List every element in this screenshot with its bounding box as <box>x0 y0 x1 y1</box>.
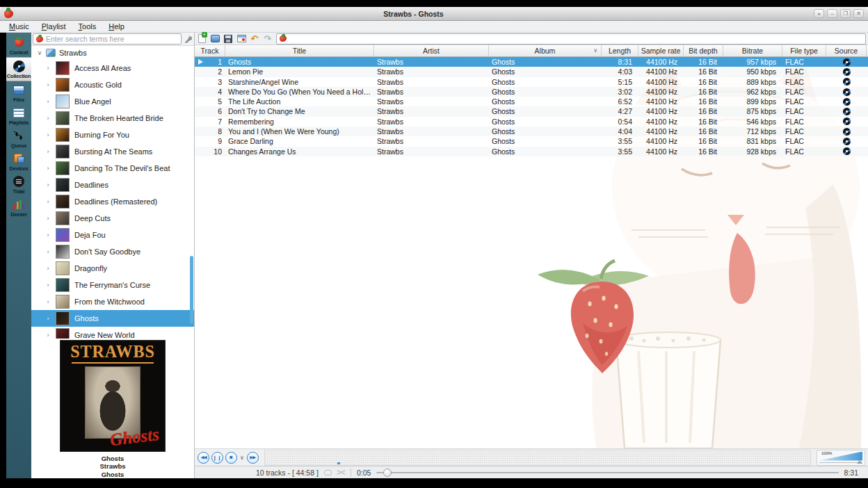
chevron-down-icon[interactable]: ∨ <box>37 49 42 56</box>
sidebar-item-tidal[interactable]: Tidal <box>6 173 31 196</box>
spectrum-analyzer[interactable] <box>264 450 811 466</box>
chevron-right-icon[interactable]: › <box>45 148 51 155</box>
album-tree-item[interactable]: › Bursting At The Seams <box>31 143 194 160</box>
new-playlist-button[interactable] <box>197 34 207 44</box>
collection-search-box[interactable] <box>33 33 182 44</box>
chevron-right-icon[interactable]: › <box>45 65 51 72</box>
collection-tree[interactable]: ∨ Strawbs › Access All Areas › Acoustic … <box>31 45 194 339</box>
track-row[interactable]: 5 The Life Auction Strawbs Ghosts 6:52 4… <box>195 97 868 106</box>
shuffle-icon[interactable] <box>337 469 345 475</box>
open-playlist-button[interactable] <box>210 34 220 44</box>
sidebar-item-files[interactable]: Files <box>6 81 31 104</box>
album-tree-item[interactable]: › Access All Areas <box>31 60 194 76</box>
track-row[interactable]: 4 Where Do You Go (When You Need a Hole … <box>195 87 868 97</box>
playlist-search-input[interactable] <box>289 35 862 43</box>
chevron-right-icon[interactable]: › <box>45 231 51 238</box>
stop-menu-chevron-icon[interactable]: ∨ <box>240 455 244 461</box>
chevron-right-icon[interactable]: › <box>45 265 51 272</box>
track-row[interactable]: 8 You and I (When We Were Young) Strawbs… <box>195 127 868 136</box>
album-tree-item[interactable]: › The Broken Hearted Bride <box>31 110 194 127</box>
album-tree-item[interactable]: › Grave New World <box>31 327 194 339</box>
track-row[interactable]: 2 Lemon Pie Strawbs Ghosts 4:03 44100 Hz… <box>195 67 868 76</box>
chevron-right-icon[interactable]: › <box>45 298 51 305</box>
album-tree-item[interactable]: › The Ferryman's Curse <box>31 277 194 293</box>
shade-button[interactable]: ● <box>814 9 824 18</box>
previous-button[interactable]: ◀◀ <box>198 452 209 464</box>
cell-bit-depth: 16 Bit <box>684 127 723 136</box>
playlist-manager-button[interactable] <box>236 34 246 44</box>
redo-button[interactable]: ↷ <box>263 34 273 44</box>
tree-scrollbar-thumb[interactable] <box>190 256 193 324</box>
menu-item-playlist[interactable]: Playlist <box>35 22 72 31</box>
sidebar-item-devices[interactable]: Devices <box>6 150 31 173</box>
chevron-right-icon[interactable]: › <box>45 315 51 322</box>
album-tree-item[interactable]: › Blue Angel <box>31 93 194 110</box>
album-tree-item[interactable]: › Don't Say Goodbye <box>31 243 194 260</box>
sidebar-item-collection[interactable]: Collection <box>6 57 31 81</box>
chevron-right-icon[interactable]: › <box>45 81 51 88</box>
maximize-button[interactable]: ❐ <box>840 9 851 18</box>
sidebar-item-deezer[interactable]: Deezer <box>6 196 31 219</box>
column-header-title[interactable]: Title <box>225 45 374 56</box>
menu-item-help[interactable]: Help <box>102 22 131 31</box>
seek-handle[interactable] <box>383 469 392 477</box>
album-tree-item[interactable]: › Burning For You <box>31 127 194 143</box>
track-row[interactable]: 6 Don't Try to Change Me Strawbs Ghosts … <box>195 106 868 116</box>
album-tree-item[interactable]: › Acoustic Gold <box>31 76 194 93</box>
chevron-right-icon[interactable]: › <box>45 248 51 255</box>
track-row[interactable]: 7 Remembering Strawbs Ghosts 0:54 44100 … <box>195 117 868 127</box>
album-tree-item[interactable]: › Dragonfly <box>31 260 194 277</box>
close-button[interactable]: ✕ <box>853 9 864 18</box>
menu-item-tools[interactable]: Tools <box>72 22 103 31</box>
chevron-right-icon[interactable]: › <box>45 115 51 122</box>
column-header-bitrate[interactable]: Bitrate <box>723 45 782 56</box>
menu-item-music[interactable]: Music <box>3 22 35 31</box>
album-tree-item[interactable]: › Deadlines <box>31 177 194 193</box>
column-header-length[interactable]: Length <box>602 45 638 56</box>
column-header-sample-rate[interactable]: Sample rate <box>638 45 684 56</box>
chevron-right-icon[interactable]: › <box>45 198 51 205</box>
chevron-right-icon[interactable]: › <box>45 181 51 188</box>
next-button[interactable]: ▶▶ <box>247 452 259 464</box>
save-playlist-button[interactable] <box>223 34 233 44</box>
chevron-right-icon[interactable]: › <box>45 165 51 172</box>
track-row[interactable]: 9 Grace Darling Strawbs Ghosts 3:55 4410… <box>195 136 868 146</box>
album-tree-item[interactable]: › Deja Fou <box>31 227 194 243</box>
repeat-icon[interactable] <box>324 470 332 475</box>
collection-search-input[interactable] <box>46 35 178 43</box>
track-row[interactable]: 1 Ghosts Strawbs Ghosts 8:31 44100 Hz 16… <box>195 57 868 67</box>
track-row[interactable]: 3 Starshine/Angel Wine Strawbs Ghosts 5:… <box>195 77 868 87</box>
sort-indicator-icon: ∨ <box>593 45 597 56</box>
column-header-artist[interactable]: Artist <box>374 45 489 56</box>
titlebar[interactable]: Strawbs - Ghosts ● – ❐ ✕ <box>0 7 868 21</box>
album-tree-item[interactable]: › Deadlines (Remastered) <box>31 193 194 210</box>
playlist-search-box[interactable] <box>276 33 866 44</box>
chevron-right-icon[interactable]: › <box>45 332 51 339</box>
album-tree-item[interactable]: › Ghosts <box>31 310 194 327</box>
volume-slider[interactable]: 100% <box>817 450 865 466</box>
album-cover-art[interactable]: STRAWBS Ghosts <box>60 340 166 452</box>
album-tree-item[interactable]: › From the Witchwood <box>31 293 194 310</box>
chevron-right-icon[interactable]: › <box>45 282 51 288</box>
wrench-icon[interactable] <box>184 35 193 44</box>
column-header-album[interactable]: Album ∨ <box>489 45 602 56</box>
column-header-file-type[interactable]: File type <box>782 45 826 56</box>
column-header-track[interactable]: Track <box>195 45 225 56</box>
sidebar-item-context[interactable]: Context <box>6 34 31 57</box>
album-tree-item[interactable]: › Dancing To The Devil's Beat <box>31 160 194 177</box>
column-header-bit-depth[interactable]: Bit depth <box>684 45 723 56</box>
tree-root-artist[interactable]: ∨ Strawbs <box>31 46 194 60</box>
pause-button[interactable]: ❙❙ <box>211 452 223 464</box>
undo-button[interactable]: ↶ <box>250 34 259 44</box>
chevron-right-icon[interactable]: › <box>45 215 51 222</box>
album-tree-item[interactable]: › Deep Cuts <box>31 210 194 227</box>
sidebar-item-queue[interactable]: Queue <box>6 127 31 150</box>
seek-slider[interactable] <box>376 469 838 477</box>
column-header-source[interactable]: Source <box>826 45 867 56</box>
stop-button[interactable]: ■ <box>225 452 237 464</box>
minimize-button[interactable]: – <box>827 9 837 18</box>
chevron-right-icon[interactable]: › <box>45 131 51 138</box>
sidebar-item-playlists[interactable]: Playlists <box>6 104 31 127</box>
track-row[interactable]: 10 Changes Arrange Us Strawbs Ghosts 3:5… <box>195 147 868 156</box>
chevron-right-icon[interactable]: › <box>45 98 51 105</box>
